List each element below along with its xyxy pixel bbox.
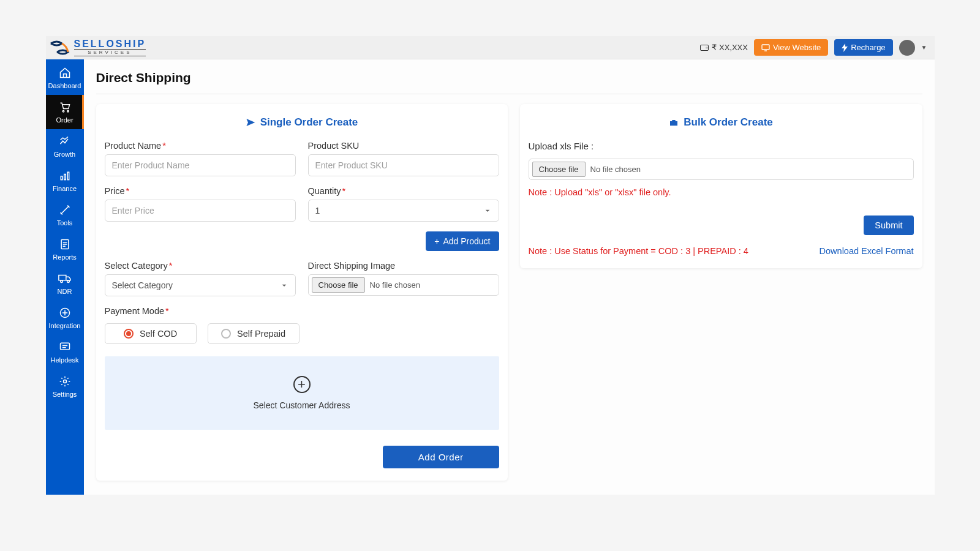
recharge-label: Recharge (851, 43, 885, 52)
sidebar-item-growth[interactable]: Growth (46, 129, 84, 163)
group-category: Select Category* Select Category (105, 261, 296, 296)
add-product-label: Add Product (443, 236, 490, 246)
add-order-label: Add Order (418, 452, 464, 462)
single-order-card: Single Order Create Product Name* Produc… (96, 104, 508, 481)
sidebar-item-label: Helpdesk (51, 356, 79, 364)
bulk-filename: No file chosen (590, 165, 641, 174)
sidebar-item-order[interactable]: Order (46, 95, 84, 129)
shipping-image-file[interactable]: Choose file No file chosen (308, 274, 499, 296)
svg-point-14 (63, 380, 66, 383)
home-icon (58, 66, 72, 80)
sidebar-item-label: Growth (54, 151, 75, 158)
page-title-row: Direct Shipping (96, 59, 922, 94)
profile-caret-icon[interactable]: ▼ (921, 44, 927, 51)
bulk-note-filetype: Note : Upload "xls" or "xlsx" file only. (529, 187, 914, 197)
sidebar-item-label: Integration (49, 322, 81, 329)
payment-mode-radios: Self COD Self Prepaid (105, 323, 499, 344)
row-name-sku: Product Name* Product SKU (105, 141, 499, 176)
finance-icon (58, 169, 72, 182)
radio-prepaid-label: Self Prepaid (237, 329, 285, 339)
sidebar-item-helpdesk[interactable]: Helpdesk (46, 335, 84, 369)
brand-mark-icon (48, 39, 70, 56)
svg-rect-1 (706, 47, 709, 48)
chat-icon (58, 340, 72, 354)
sidebar-item-settings[interactable]: Settings (46, 369, 84, 403)
single-order-title-text: Single Order Create (260, 116, 358, 129)
send-icon (246, 118, 255, 127)
bulk-choose-button[interactable]: Choose file (532, 162, 586, 177)
radio-self-cod[interactable]: Self COD (105, 323, 197, 344)
bulk-file[interactable]: Choose file No file chosen (529, 159, 914, 180)
topbar: SELLOSHIP SERVICES ₹ XX,XXX View Website… (46, 36, 935, 59)
shipping-image-choose-button[interactable]: Choose file (312, 277, 365, 293)
group-product-sku: Product SKU (308, 141, 499, 176)
bulk-submit-button[interactable]: Submit (864, 216, 913, 235)
sidebar-item-label: Tools (57, 219, 73, 227)
radio-self-prepaid[interactable]: Self Prepaid (208, 323, 300, 344)
svg-rect-2 (762, 45, 769, 50)
quantity-select[interactable]: 1 (308, 200, 499, 222)
sidebar-item-reports[interactable]: Reports (46, 232, 84, 266)
svg-rect-7 (67, 172, 69, 180)
truck-icon (58, 272, 72, 285)
sidebar-item-label: Order (56, 116, 73, 124)
sidebar-item-label: NDR (58, 288, 72, 295)
radio-dot-icon (124, 329, 134, 339)
shipping-image-filename: No file chosen (370, 280, 420, 290)
toolbox-icon (669, 118, 679, 127)
body: Dashboard Order Growth Finance Tools Rep… (46, 59, 935, 495)
label-product-name: Product Name* (105, 141, 296, 151)
svg-rect-9 (58, 276, 66, 280)
svg-rect-5 (61, 176, 62, 180)
brand-sub: SERVICES (74, 49, 146, 56)
select-customer-address[interactable]: + Select Customer Address (105, 356, 499, 430)
group-price: Price* (105, 186, 296, 222)
main: Direct Shipping Single Order Create Prod… (84, 59, 935, 495)
sidebar-item-dashboard[interactable]: Dashboard (46, 61, 84, 95)
gear-icon (58, 375, 72, 388)
group-quantity: Quantity* 1 (308, 186, 499, 222)
sidebar-item-tools[interactable]: Tools (46, 198, 84, 232)
group-shipping-image: Direct Shipping Image Choose file No fil… (308, 261, 499, 296)
label-product-sku: Product SKU (308, 141, 499, 151)
view-website-label: View Website (773, 43, 821, 52)
product-name-input[interactable] (105, 154, 296, 176)
category-select[interactable]: Select Category (105, 274, 296, 296)
cards-row: Single Order Create Product Name* Produc… (96, 104, 922, 481)
address-cta-label: Select Customer Address (254, 400, 350, 410)
wallet-balance[interactable]: ₹ XX,XXX (700, 43, 748, 52)
cart-icon (58, 100, 72, 114)
label-category: Select Category* (105, 261, 296, 271)
single-order-title: Single Order Create (105, 116, 499, 129)
growth-icon (58, 135, 72, 148)
page-title: Direct Shipping (96, 70, 922, 85)
sidebar-item-finance[interactable]: Finance (46, 163, 84, 198)
recharge-button[interactable]: Recharge (834, 39, 892, 56)
svg-point-11 (67, 280, 69, 283)
brand-logo[interactable]: SELLOSHIP SERVICES (48, 39, 146, 56)
reports-icon (58, 238, 72, 251)
group-product-name: Product Name* (105, 141, 296, 176)
bulk-order-card: Bulk Order Create Upload xls File : Choo… (520, 104, 922, 268)
sidebar-item-label: Reports (53, 253, 77, 261)
tools-icon (58, 203, 72, 217)
price-input[interactable] (105, 200, 296, 222)
svg-point-4 (67, 110, 69, 112)
sidebar-item-label: Dashboard (48, 82, 81, 89)
plus-circle-icon: + (293, 376, 311, 393)
add-order-button[interactable]: Add Order (383, 446, 499, 468)
download-excel-format-link[interactable]: Download Excel Format (820, 246, 914, 256)
wallet-amount: ₹ XX,XXX (712, 43, 748, 52)
sidebar-item-integration[interactable]: Integration (46, 301, 84, 335)
avatar[interactable] (899, 40, 915, 56)
radio-dot-icon (221, 329, 231, 339)
view-website-button[interactable]: View Website (754, 39, 828, 56)
label-quantity: Quantity* (308, 186, 499, 196)
plus-circle-icon (58, 306, 72, 320)
add-product-button[interactable]: + Add Product (426, 231, 499, 251)
plus-icon: + (434, 236, 439, 246)
sidebar-item-label: Finance (53, 185, 77, 192)
bulk-submit-label: Submit (875, 220, 902, 230)
product-sku-input[interactable] (308, 154, 499, 176)
sidebar-item-ndr[interactable]: NDR (46, 266, 84, 301)
